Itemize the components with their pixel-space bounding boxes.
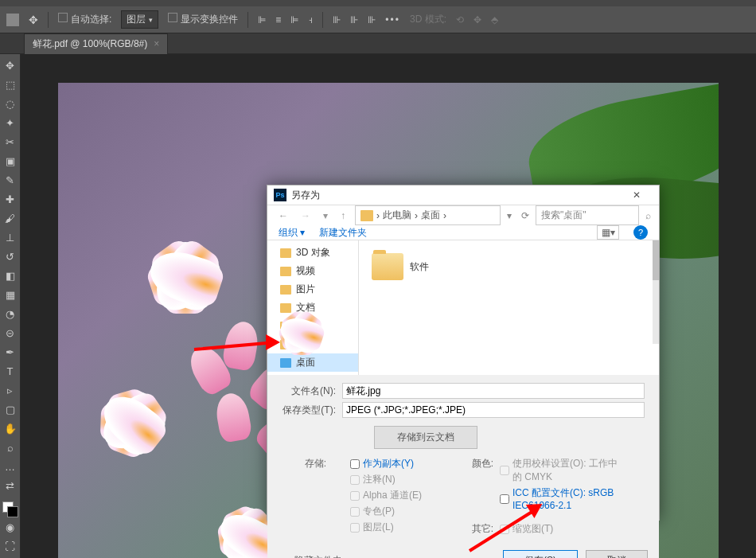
notes-label: 注释(N) — [363, 473, 396, 486]
icc-checkbox[interactable] — [500, 494, 509, 504]
color-swatch[interactable] — [2, 501, 18, 517]
stamp-tool[interactable]: ⊥ — [1, 228, 20, 247]
breadcrumb-item[interactable]: 桌面 — [421, 209, 440, 222]
help-icon[interactable]: ? — [633, 225, 648, 240]
more-tools[interactable]: … — [1, 457, 20, 476]
proof-checkbox — [500, 466, 509, 475]
distribute-icon[interactable]: ⊪ — [350, 14, 358, 25]
back-icon[interactable]: ← — [275, 209, 291, 223]
eraser-tool[interactable]: ◧ — [1, 266, 20, 285]
ps-icon: Ps — [274, 189, 286, 201]
icc-label[interactable]: ICC 配置文件(C): sRGB IEC61966-2.1 — [512, 486, 624, 511]
align-icon[interactable]: ⫞ — [308, 14, 313, 25]
options-bar: ✥ 自动选择: 图层 显示变换控件 ⊫ ≡ ⊫ ⫞ ⊪ ⊪ ⊪ ••• 3D 模… — [0, 6, 756, 33]
as-copy-label[interactable]: 作为副本(Y) — [363, 457, 414, 470]
tree-item[interactable]: 图片 — [267, 280, 358, 299]
crop-tool[interactable]: ✂ — [1, 132, 20, 151]
quickmask-tool[interactable]: ◉ — [1, 517, 20, 537]
type-tool[interactable]: T — [1, 361, 20, 380]
tree-item-label: 图片 — [296, 283, 315, 296]
shape-tool[interactable]: ▢ — [1, 400, 20, 419]
zoom-tool[interactable]: ⌕ — [1, 438, 20, 457]
eyedropper-tool[interactable]: ✎ — [1, 170, 20, 189]
tree-item[interactable]: 3D 对象 — [267, 244, 358, 262]
screenmode-tool[interactable]: ⛶ — [1, 537, 20, 556]
up-icon[interactable]: ↑ — [337, 209, 349, 223]
layers-checkbox — [350, 523, 360, 533]
close-tab-icon[interactable]: × — [154, 38, 159, 49]
breadcrumb-item[interactable]: 此电脑 — [383, 209, 411, 222]
align-icon[interactable]: ≡ — [275, 14, 281, 25]
filename-input[interactable] — [342, 383, 645, 399]
color-options-label: 颜色: — [446, 457, 493, 511]
folder-icon — [360, 210, 373, 221]
breadcrumb[interactable]: › 此电脑 › 桌面 › — [355, 205, 501, 225]
gradient-tool[interactable]: ▦ — [1, 285, 20, 304]
orbit-icon[interactable]: ⟲ — [456, 14, 464, 25]
transform-checkbox[interactable] — [168, 13, 177, 22]
organize-button[interactable]: 组织 ▾ — [279, 226, 305, 240]
filetype-dropdown[interactable] — [342, 402, 645, 418]
hide-folders-label[interactable]: 隐藏文件夹 — [294, 554, 342, 558]
more-icon[interactable]: ••• — [385, 14, 400, 25]
save-cloud-button[interactable]: 存储到云文档 — [374, 426, 477, 449]
cancel-button[interactable]: 取消 — [586, 550, 648, 558]
frame-tool[interactable]: ▣ — [1, 151, 20, 170]
as-copy-checkbox[interactable] — [350, 459, 360, 469]
dialog-titlebar: Ps 另存为 ✕ — [267, 185, 659, 205]
menu-bar — [0, 0, 756, 6]
pen-tool[interactable]: ✒ — [1, 342, 20, 361]
other-options-label: 其它: — [446, 522, 493, 536]
folder-icon — [280, 248, 291, 258]
layer-dropdown[interactable]: 图层 — [121, 10, 158, 29]
view-mode-icon[interactable]: ▦▾ — [597, 225, 619, 240]
folder-icon — [280, 303, 291, 313]
search-input[interactable]: 搜索"桌面" — [536, 205, 639, 225]
edit-toolbar[interactable]: ⇄ — [1, 476, 20, 495]
tree-item[interactable]: 视频 — [267, 262, 358, 280]
dialog-footer: ▲ 隐藏文件夹 保存(S) 取消 — [267, 544, 659, 558]
scrollbar-thumb[interactable] — [653, 240, 659, 280]
hand-tool[interactable]: ✋ — [1, 419, 20, 438]
folder-label: 软件 — [410, 260, 429, 274]
align-icon[interactable]: ⊫ — [290, 14, 298, 25]
pan-icon[interactable]: ✥ — [473, 14, 481, 25]
auto-select-checkbox[interactable] — [58, 13, 68, 22]
alpha-checkbox — [350, 491, 360, 501]
folder-item[interactable]: 软件 — [367, 248, 651, 285]
blur-tool[interactable]: ◔ — [1, 304, 20, 323]
move-tool-icon[interactable]: ✥ — [29, 14, 38, 26]
forward-icon[interactable]: → — [298, 209, 314, 223]
refresh-icon[interactable]: ⟳ — [521, 210, 529, 221]
brush-tool[interactable]: 🖌 — [1, 209, 20, 228]
document-tab-bar: 鲜花.pdf @ 100%(RGB/8#) × — [0, 33, 756, 54]
scrollbar[interactable] — [653, 240, 659, 344]
history-brush-tool[interactable]: ↺ — [1, 247, 20, 266]
new-folder-button[interactable]: 新建文件夹 — [319, 226, 367, 240]
move-tool[interactable]: ✥ — [1, 56, 20, 75]
filetype-label: 保存类型(T): — [279, 404, 336, 417]
document-tab[interactable]: 鲜花.pdf @ 100%(RGB/8#) × — [24, 33, 168, 54]
layers-label: 图层(L) — [363, 521, 394, 534]
cam-icon[interactable]: ⬘ — [491, 14, 498, 25]
filename-label: 文件名(N): — [279, 384, 336, 398]
tree-item-label: 视频 — [296, 264, 315, 278]
toolbox: ✥ ⬚ ◌ ✦ ✂ ▣ ✎ ✚ 🖌 ⊥ ↺ ◧ ▦ ◔ ⊝ ✒ T ▹ ▢ ✋ … — [0, 54, 21, 558]
folder-content[interactable]: 软件 — [359, 240, 659, 375]
home-icon[interactable] — [6, 14, 19, 26]
distribute-icon[interactable]: ⊪ — [333, 14, 341, 25]
wand-tool[interactable]: ✦ — [1, 113, 20, 132]
distribute-icon[interactable]: ⊪ — [368, 14, 376, 25]
search-icon[interactable]: ⌕ — [645, 210, 651, 221]
tree-item-label: 3D 对象 — [296, 246, 330, 259]
notes-checkbox — [350, 475, 360, 485]
marquee-tool[interactable]: ⬚ — [1, 75, 20, 94]
lasso-tool[interactable]: ◌ — [1, 94, 20, 113]
close-icon[interactable]: ✕ — [621, 185, 653, 205]
dodge-tool[interactable]: ⊝ — [1, 323, 20, 342]
thumb-label: 缩览图(T) — [512, 522, 553, 536]
path-tool[interactable]: ▹ — [1, 380, 20, 400]
save-button[interactable]: 保存(S) — [503, 550, 578, 558]
heal-tool[interactable]: ✚ — [1, 189, 20, 209]
align-icon[interactable]: ⊫ — [258, 14, 266, 25]
